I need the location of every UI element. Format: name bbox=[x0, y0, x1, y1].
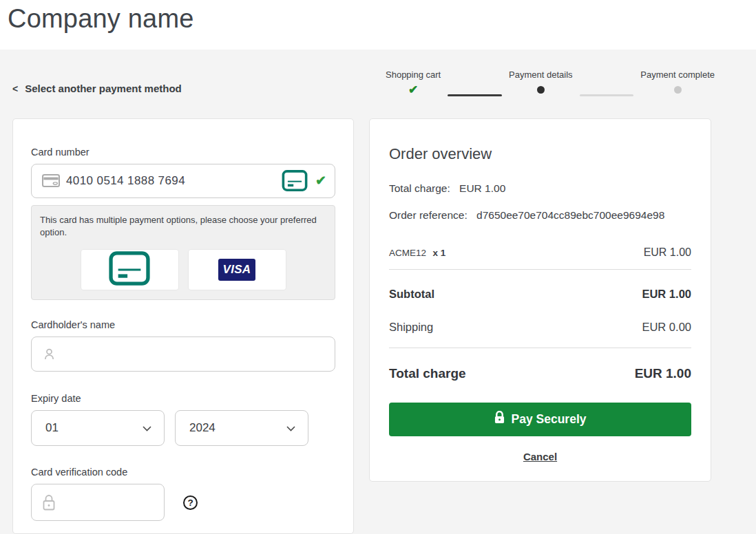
back-chevron-icon: < bbox=[12, 83, 18, 94]
chevron-down-icon bbox=[286, 422, 295, 434]
lock-icon bbox=[42, 494, 56, 511]
total-charge-label: Total charge bbox=[389, 366, 466, 381]
pay-securely-button[interactable]: Pay Securely bbox=[389, 403, 691, 436]
cvc-row: ? bbox=[31, 484, 335, 521]
cardholder-name-input[interactable] bbox=[31, 337, 335, 372]
person-icon bbox=[42, 347, 56, 361]
expiry-year-select[interactable]: 2024 bbox=[175, 410, 308, 446]
step-active-dot-icon bbox=[537, 84, 545, 96]
subtotal-row: Subtotal EUR 1.00 bbox=[389, 288, 691, 301]
cvc-label: Card verification code bbox=[31, 467, 335, 478]
notice-text: This card has multiple payment options, … bbox=[40, 214, 326, 239]
shipping-value: EUR 0.00 bbox=[642, 321, 691, 334]
back-to-payment-methods-link[interactable]: < Select another payment method bbox=[12, 83, 182, 94]
chevron-down-icon bbox=[143, 422, 151, 434]
order-overview-title: Order overview bbox=[389, 145, 691, 163]
payment-form-card: Card number bbox=[12, 118, 354, 534]
main-area: < Select another payment method Shopping… bbox=[0, 50, 756, 534]
cvc-field[interactable] bbox=[62, 495, 156, 509]
step-label: Shopping cart bbox=[386, 70, 441, 80]
checkout-page: Company name < Select another payment me… bbox=[0, 0, 756, 534]
cvc-help-icon[interactable]: ? bbox=[183, 495, 198, 510]
visa-logo-icon: VISA bbox=[218, 259, 255, 281]
credit-card-icon bbox=[42, 174, 60, 187]
cardholder-name-label: Cardholder's name bbox=[31, 319, 335, 330]
pay-lock-icon bbox=[494, 411, 505, 427]
expiry-selects: 01 2024 bbox=[31, 410, 335, 446]
expiry-date-label: Expiry date bbox=[31, 393, 335, 404]
card-valid-check-icon: ✔ bbox=[315, 174, 326, 187]
total-charge-summary-value: EUR 1.00 bbox=[459, 182, 505, 194]
card-number-label: Card number bbox=[31, 147, 335, 158]
step-label: Payment complete bbox=[640, 70, 715, 80]
bankaxept-card-icon bbox=[107, 250, 151, 289]
order-reference-value: d7650ee70e704cc89ebc700ee9694e98 bbox=[476, 209, 664, 221]
order-item-row: ACME12 x 1 EUR 1.00 bbox=[389, 246, 691, 270]
order-overview-card: Order overview Total charge: EUR 1.00 Or… bbox=[369, 118, 711, 482]
card-number-field[interactable] bbox=[66, 174, 276, 188]
stepper-line-done bbox=[448, 94, 502, 96]
order-reference-label: Order reference: bbox=[389, 209, 468, 221]
multiple-options-notice: This card has multiple payment options, … bbox=[31, 205, 335, 300]
total-charge-value: EUR 1.00 bbox=[635, 366, 691, 381]
content-columns: Card number bbox=[0, 118, 756, 534]
expiry-month-select[interactable]: 01 bbox=[31, 410, 165, 446]
total-charge-summary-label: Total charge: bbox=[389, 182, 450, 194]
order-reference-line: Order reference: d7650ee70e704cc89ebc700… bbox=[389, 209, 691, 222]
order-item-name-qty: ACME12 x 1 bbox=[389, 246, 445, 259]
shipping-label: Shipping bbox=[389, 321, 433, 334]
card-number-input[interactable]: ✔ bbox=[31, 164, 335, 198]
cancel-link[interactable]: Cancel bbox=[523, 451, 557, 462]
detected-card-brand-icon bbox=[282, 169, 308, 192]
subtotal-label: Subtotal bbox=[389, 288, 434, 301]
step-label: Payment details bbox=[509, 70, 573, 80]
step-upcoming-dot-icon bbox=[674, 84, 682, 96]
expiry-month-value: 01 bbox=[45, 421, 59, 435]
pay-button-label: Pay Securely bbox=[512, 412, 587, 427]
step-payment-complete: Payment complete bbox=[640, 70, 715, 96]
back-link-label: Select another payment method bbox=[25, 83, 182, 94]
cvc-input[interactable] bbox=[31, 484, 165, 521]
step-payment-details: Payment details bbox=[509, 70, 573, 96]
shipping-row: Shipping EUR 0.00 bbox=[389, 321, 691, 348]
order-item-amount: EUR 1.00 bbox=[644, 246, 691, 259]
merchant-title: Company name bbox=[8, 4, 756, 34]
stepper-line-todo bbox=[580, 94, 634, 96]
option-bankaxept-button[interactable] bbox=[81, 249, 179, 290]
step-complete-check-icon: ✔ bbox=[408, 84, 418, 96]
subtotal-value: EUR 1.00 bbox=[642, 288, 691, 301]
expiry-year-value: 2024 bbox=[189, 421, 216, 435]
step-shopping-cart: Shopping cart ✔ bbox=[386, 70, 441, 96]
total-charge-row: Total charge EUR 1.00 bbox=[389, 366, 691, 381]
toolbar: < Select another payment method Shopping… bbox=[0, 50, 756, 96]
option-visa-button[interactable]: VISA bbox=[188, 249, 286, 290]
page-header: Company name bbox=[0, 0, 756, 50]
order-item-qty: x 1 bbox=[432, 248, 445, 258]
order-item-name: ACME12 bbox=[389, 248, 426, 258]
total-charge-summary: Total charge: EUR 1.00 bbox=[389, 182, 691, 195]
cancel-link-wrap: Cancel bbox=[389, 451, 691, 463]
checkout-stepper: Shopping cart ✔ Payment details Payment … bbox=[386, 70, 715, 96]
payment-option-row: VISA bbox=[40, 249, 326, 290]
cardholder-name-field[interactable] bbox=[63, 348, 326, 361]
